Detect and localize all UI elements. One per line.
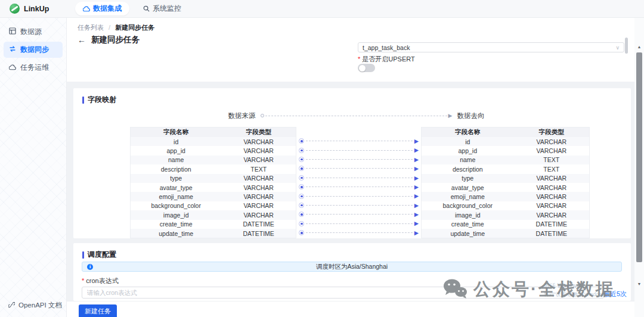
required-mark: * <box>358 55 360 63</box>
sidebar-openapi-link[interactable]: OpenAPI 文档 <box>0 301 66 310</box>
chevron-down-icon: ∨ <box>615 45 620 51</box>
flow-arrow-icon: ▶ <box>448 113 453 119</box>
field-row: emoji_nameVARCHAR <box>422 192 589 201</box>
field-mapping-card: 字段映射 数据来源 ▶ 数据去向 字段名称字段类型idVARCHARapp_id… <box>73 88 631 238</box>
sidebar-item-label: 数据同步 <box>20 45 49 55</box>
field-row: app_idVARCHAR <box>422 146 589 155</box>
cron-input[interactable] <box>82 287 604 299</box>
sidebar: 数据源 数据同步 任务运维 OpenAPI 文档 <box>0 18 67 317</box>
field-row: create_timeDATETIME <box>131 220 296 229</box>
connector-dash <box>306 141 413 141</box>
connector-arrow-icon: ▶ <box>414 138 419 144</box>
sync-icon <box>9 45 16 54</box>
connector-dash <box>306 187 413 187</box>
main-content: 任务列表 / 新建同步任务 ← 新建同步任务 t_app_task_back ∨… <box>67 18 634 317</box>
connector-dash <box>306 196 413 197</box>
field-row: idVARCHAR <box>131 137 296 146</box>
scroll-up-icon[interactable]: ▲ <box>634 42 644 51</box>
connector-radio-icon <box>299 175 304 181</box>
connector-arrow-icon: ▶ <box>414 184 419 190</box>
recent-runs-link[interactable]: 最近5次 <box>603 290 627 299</box>
connector-dash <box>306 232 413 233</box>
window-scrollbar[interactable]: ▲ ▼ <box>634 18 644 317</box>
field-mapping-connector[interactable]: ▶ <box>296 136 421 145</box>
field-mapping-connector[interactable]: ▶ <box>296 191 421 200</box>
scrollbar-thumb[interactable] <box>636 52 642 262</box>
connector-arrow-icon: ▶ <box>414 166 419 172</box>
mapping-flow-row: 数据来源 ▶ 数据去向 <box>73 111 631 120</box>
main-nav: 数据集成 系统监控 <box>75 2 189 15</box>
connector-arrow-icon: ▶ <box>414 220 419 226</box>
schedule-section-title: 调度配置 <box>73 243 631 260</box>
sidebar-item-task-ops[interactable]: 任务运维 <box>4 60 63 76</box>
connector-dash <box>306 223 413 224</box>
cron-field-label: *cron表达式 <box>82 276 119 285</box>
tab-data-integration[interactable]: 数据集成 <box>75 2 129 15</box>
flow-dashed-line: ▶ <box>261 113 453 119</box>
field-mapping-connector[interactable]: ▶ <box>296 228 421 237</box>
field-mapping-connector[interactable]: ▶ <box>296 201 421 210</box>
tab-system-monitor[interactable]: 系统监控 <box>135 2 189 15</box>
back-arrow-icon[interactable]: ← <box>78 35 86 45</box>
sidebar-item-datasource[interactable]: 数据源 <box>4 24 63 40</box>
field-row: update_timeDATETIME <box>131 229 296 238</box>
breadcrumb-task-list[interactable]: 任务列表 <box>78 24 104 31</box>
field-row: app_idVARCHAR <box>131 146 296 155</box>
connector-dash <box>306 214 413 215</box>
field-mapping-connector[interactable]: ▶ <box>296 219 421 228</box>
connector-arrow-icon: ▶ <box>414 203 419 209</box>
info-icon: i <box>87 264 93 270</box>
connector-dash <box>306 205 413 206</box>
breadcrumb: 任务列表 / 新建同步任务 <box>78 23 154 32</box>
field-row: background_colorVARCHAR <box>131 201 296 210</box>
connector-radio-icon <box>299 203 304 208</box>
field-mapping-connector[interactable]: ▶ <box>296 164 421 173</box>
create-task-button[interactable]: 新建任务 <box>79 304 117 317</box>
toggle-knob <box>359 65 366 72</box>
field-mapping-connector[interactable]: ▶ <box>296 145 421 154</box>
section-accent-bar <box>82 251 84 259</box>
target-table-select[interactable]: t_app_task_back ∨ <box>358 42 624 52</box>
field-row: avatar_typeVARCHAR <box>422 183 589 192</box>
field-mapping-connector[interactable]: ▶ <box>296 182 421 191</box>
connector-arrow-icon: ▶ <box>414 147 419 153</box>
connector-radio-icon <box>299 184 304 189</box>
table-grid-icon <box>9 27 16 36</box>
flow-start-circle-icon <box>261 114 264 117</box>
field-row: nameVARCHAR <box>131 156 296 164</box>
search-icon <box>143 5 150 12</box>
source-field-table: 字段名称字段类型idVARCHARapp_idVARCHARnameVARCHA… <box>130 127 296 238</box>
breadcrumb-current: 新建同步任务 <box>115 24 154 31</box>
top-navbar: LinkUp 数据集成 系统监控 <box>0 0 644 18</box>
brand[interactable]: LinkUp <box>0 4 67 14</box>
tab-label: 系统监控 <box>153 4 181 14</box>
connector-arrow-icon: ▶ <box>414 157 419 163</box>
field-row: image_idVARCHAR <box>131 210 296 219</box>
brand-name: LinkUp <box>24 5 49 13</box>
connector-radio-icon <box>299 138 304 144</box>
field-mapping-connector[interactable]: ▶ <box>296 210 421 219</box>
field-mapping-connector[interactable]: ▶ <box>296 173 421 182</box>
connector-radio-icon <box>299 157 304 162</box>
timezone-alert: i 调度时区为Asia/Shanghai <box>82 262 622 272</box>
field-row: idVARCHAR <box>422 137 589 146</box>
upsert-toggle[interactable] <box>358 64 375 72</box>
table-header-row: 字段名称字段类型 <box>131 128 296 137</box>
mapping-grid: 字段名称字段类型idVARCHARapp_idVARCHARnameVARCHA… <box>73 127 631 238</box>
cloud-icon <box>83 6 90 12</box>
page-header-block: 任务列表 / 新建同步任务 ← 新建同步任务 t_app_task_back ∨… <box>67 18 634 82</box>
inner-scrollbar-thumb[interactable] <box>625 38 628 54</box>
connector-radio-icon <box>299 194 304 199</box>
connector-radio-icon <box>299 212 304 217</box>
connector-dash <box>306 168 413 169</box>
mapping-section-title: 字段映射 <box>73 88 631 105</box>
schedule-card: 调度配置 i 调度时区为Asia/Shanghai *cron表达式 最近5次 <box>73 243 631 301</box>
mapping-connectors: ▶▶▶▶▶▶▶▶▶▶▶ <box>296 136 421 237</box>
field-mapping-connector[interactable]: ▶ <box>296 155 421 164</box>
scroll-down-icon[interactable]: ▼ <box>634 279 644 288</box>
field-row: nameTEXT <box>422 156 589 164</box>
connector-dash <box>306 178 413 178</box>
connector-arrow-icon: ▶ <box>414 193 419 199</box>
sidebar-item-datasync[interactable]: 数据同步 <box>4 42 63 58</box>
connector-radio-icon <box>299 230 304 235</box>
